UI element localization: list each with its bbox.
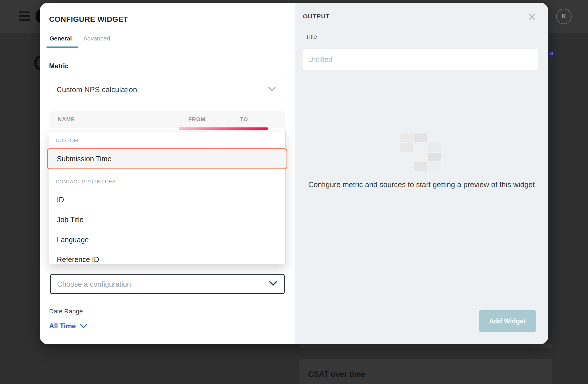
dropdown-option-language[interactable]: Language (57, 236, 89, 244)
user-avatar[interactable]: K (556, 9, 572, 24)
column-header-name: NAME (58, 111, 75, 128)
metric-select[interactable]: Custom NPS calculation (50, 79, 283, 100)
output-panel-title: OUTPUT (303, 13, 330, 20)
metric-label: Metric (49, 62, 69, 70)
tab-general[interactable]: General (49, 35, 72, 42)
metric-select-value: Custom NPS calculation (57, 85, 137, 94)
add-widget-button[interactable]: Add Widget (479, 310, 536, 332)
date-range-value: All Time (49, 322, 76, 330)
empty-preview-message: Configure metric and sources to start ge… (295, 180, 548, 189)
date-range-selector[interactable]: All Time (49, 322, 87, 330)
configuration-select[interactable]: Choose a configuration (50, 274, 285, 294)
dropdown-option-id[interactable]: ID (57, 196, 64, 204)
column-divider (268, 111, 268, 128)
column-divider (227, 111, 227, 128)
dropdown-option-job-title[interactable]: Job Title (57, 216, 84, 224)
background-csat-card: CSAT over time (299, 359, 552, 384)
close-icon[interactable] (528, 13, 536, 21)
chevron-down-icon (80, 324, 87, 329)
configuration-placeholder: Choose a configuration (57, 280, 131, 288)
output-panel: OUTPUT Title Configure metric and source… (295, 3, 548, 344)
column-header-to: TO (240, 111, 248, 128)
hamburger-menu-icon[interactable] (19, 11, 30, 21)
dropdown-group-contact-properties: CONTACT PROPERTIES (56, 179, 116, 185)
background-card-edge (299, 344, 552, 348)
nps-range-gradient-bar (179, 127, 268, 130)
csat-card-title: CSAT over time (308, 370, 365, 379)
modal-title: CONFIGURE WIDGET (49, 15, 128, 24)
title-field-label: Title (306, 33, 317, 40)
screen: C K AI CSAT over time CONFIGURE WIDGET G… (0, 0, 588, 384)
column-divider (179, 111, 179, 128)
dropdown-group-custom: CUSTOM (56, 138, 78, 143)
column-header-from: FROM (188, 111, 206, 128)
date-range-label: Date Range (49, 308, 83, 315)
title-input[interactable] (303, 49, 538, 70)
avatar-initial: K (562, 13, 566, 20)
tab-divider (40, 48, 295, 48)
field-dropdown-panel: CUSTOM Submission Time CONTACT PROPERTIE… (49, 131, 286, 264)
dropdown-option-reference-id[interactable]: Reference ID (57, 255, 99, 264)
configure-widget-modal: CONFIGURE WIDGET General Advanced Metric… (40, 3, 548, 344)
dropdown-option-submission-time[interactable]: Submission Time (47, 148, 287, 169)
ai-badge: AI (547, 50, 555, 57)
ranges-table-header: NAME FROM TO (50, 111, 285, 128)
chevron-down-icon (269, 281, 277, 288)
tab-advanced[interactable]: Advanced (83, 35, 110, 42)
widget-preview-grid-icon (400, 133, 441, 171)
chevron-down-icon (268, 86, 276, 93)
